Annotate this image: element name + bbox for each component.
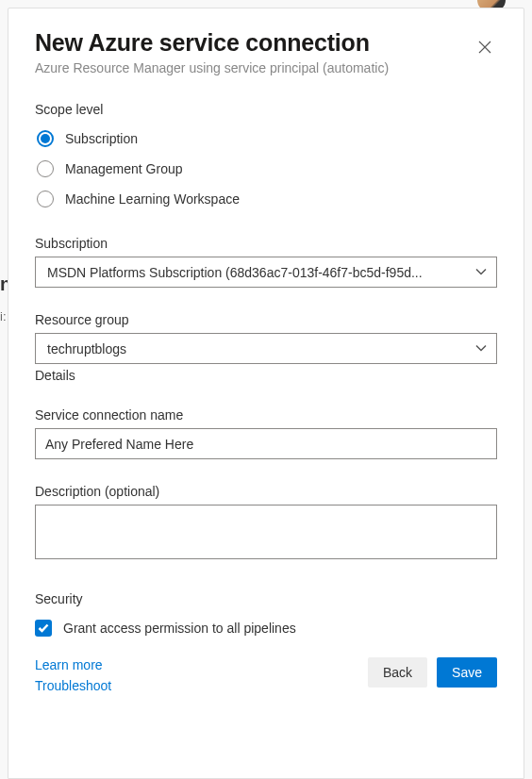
learn-more-link[interactable]: Learn more xyxy=(35,657,111,672)
resource-group-dropdown[interactable]: techruptblogs xyxy=(35,333,497,364)
close-icon xyxy=(478,41,491,57)
subscription-value: MSDN Platforms Subscription (68d36ac7-01… xyxy=(47,265,462,280)
resource-group-value: techruptblogs xyxy=(47,341,462,356)
chevron-down-icon xyxy=(475,341,487,356)
radio-subscription[interactable]: Subscription xyxy=(37,130,497,147)
dialog-subtitle: Azure Resource Manager using service pri… xyxy=(35,60,389,75)
save-button[interactable]: Save xyxy=(437,657,497,688)
dialog-title: New Azure service connection xyxy=(35,29,389,57)
checkbox-icon xyxy=(35,620,52,637)
grant-access-checkbox[interactable]: Grant access permission to all pipelines xyxy=(35,620,497,637)
back-button[interactable]: Back xyxy=(368,657,427,688)
details-label: Details xyxy=(35,368,497,383)
scope-radio-group: Subscription Management Group Machine Le… xyxy=(37,130,497,207)
subscription-label: Subscription xyxy=(35,236,497,251)
service-connection-name-label: Service connection name xyxy=(35,407,497,423)
radio-label: Machine Learning Workspace xyxy=(65,191,240,207)
radio-icon xyxy=(37,160,54,177)
service-connection-name-input[interactable] xyxy=(35,428,497,459)
radio-label: Subscription xyxy=(65,131,138,146)
description-label: Description (optional) xyxy=(35,484,497,499)
radio-management-group[interactable]: Management Group xyxy=(37,160,497,177)
chevron-down-icon xyxy=(475,265,487,280)
resource-group-label: Resource group xyxy=(35,312,497,327)
close-button[interactable] xyxy=(473,35,497,61)
radio-icon xyxy=(37,191,54,207)
description-textarea[interactable] xyxy=(35,505,497,559)
dialog-panel: New Azure service connection Azure Resou… xyxy=(8,8,524,779)
checkbox-label: Grant access permission to all pipelines xyxy=(63,621,296,636)
troubleshoot-link[interactable]: Troubleshoot xyxy=(35,678,111,693)
scope-level-label: Scope level xyxy=(35,102,497,117)
security-label: Security xyxy=(35,591,497,606)
radio-label: Management Group xyxy=(65,161,183,176)
radio-icon xyxy=(37,130,54,147)
subscription-dropdown[interactable]: MSDN Platforms Subscription (68d36ac7-01… xyxy=(35,257,497,288)
radio-ml-workspace[interactable]: Machine Learning Workspace xyxy=(37,191,497,207)
